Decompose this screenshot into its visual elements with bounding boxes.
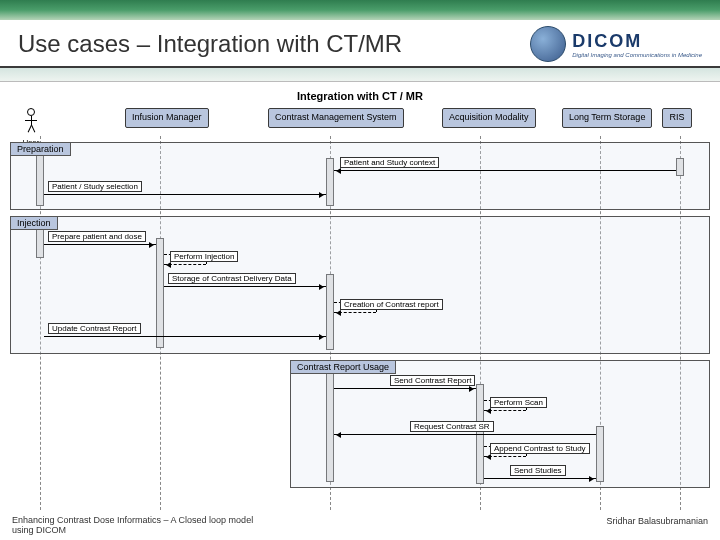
sub-band <box>0 68 720 82</box>
logo-text: DICOM <box>572 31 702 52</box>
user-icon <box>22 108 40 136</box>
actor-ris: RIS <box>662 108 692 128</box>
logo-subtitle: Digital Imaging and Communications in Me… <box>572 52 702 58</box>
footer-left: Enhancing Contrast Dose Informatics – A … <box>12 516 272 536</box>
actor-infusion: Infusion Manager <box>125 108 209 128</box>
phase-injection-label: Injection <box>11 217 58 230</box>
msg-label-2: Patient / Study selection <box>48 181 142 192</box>
msg-label-1: Patient and Study context <box>340 157 439 168</box>
actor-storage-label: Long Term Storage <box>562 108 652 128</box>
actor-cms: Contrast Management System <box>268 108 404 128</box>
lanes: Preparation Patient and Study context Pa… <box>10 136 710 510</box>
slide-title: Use cases – Integration with CT/MR <box>18 30 402 58</box>
actor-storage: Long Term Storage <box>562 108 652 128</box>
msg-label-11: Append Contrast to Study <box>490 443 590 454</box>
actor-cms-label: Contrast Management System <box>268 108 404 128</box>
actor-modality: Acquisition Modality <box>442 108 536 128</box>
msg-label-3: Prepare patient and dose <box>48 231 146 242</box>
msg-label-8: Send Contrast Report <box>390 375 475 386</box>
sequence-diagram: Integration with CT / MR User Infusion M… <box>10 90 710 510</box>
footer: Enhancing Contrast Dose Informatics – A … <box>12 516 708 536</box>
globe-icon <box>530 26 566 62</box>
phase-usage: Contrast Report Usage <box>290 360 710 488</box>
actor-modality-label: Acquisition Modality <box>442 108 536 128</box>
msg-label-12: Send Studies <box>510 465 566 476</box>
diagram-title: Integration with CT / MR <box>10 90 710 102</box>
footer-right: Sridhar Balasubramanian <box>606 516 708 536</box>
dicom-logo: DICOM Digital Imaging and Communications… <box>530 26 702 62</box>
msg-label-9: Perform Scan <box>490 397 547 408</box>
msg-label-10: Request Contrast SR <box>410 421 494 432</box>
msg-label-4: Perform Injection <box>170 251 238 262</box>
msg-label-6: Creation of Contrast report <box>340 299 443 310</box>
header-gradient <box>0 0 720 20</box>
actor-ris-label: RIS <box>662 108 692 128</box>
phase-usage-label: Contrast Report Usage <box>291 361 396 374</box>
msg-label-7: Update Contrast Report <box>48 323 141 334</box>
title-bar: Use cases – Integration with CT/MR DICOM… <box>0 20 720 68</box>
actor-infusion-label: Infusion Manager <box>125 108 209 128</box>
phase-preparation-label: Preparation <box>11 143 71 156</box>
phase-preparation: Preparation <box>10 142 710 210</box>
msg-label-5: Storage of Contrast Delivery Data <box>168 273 296 284</box>
